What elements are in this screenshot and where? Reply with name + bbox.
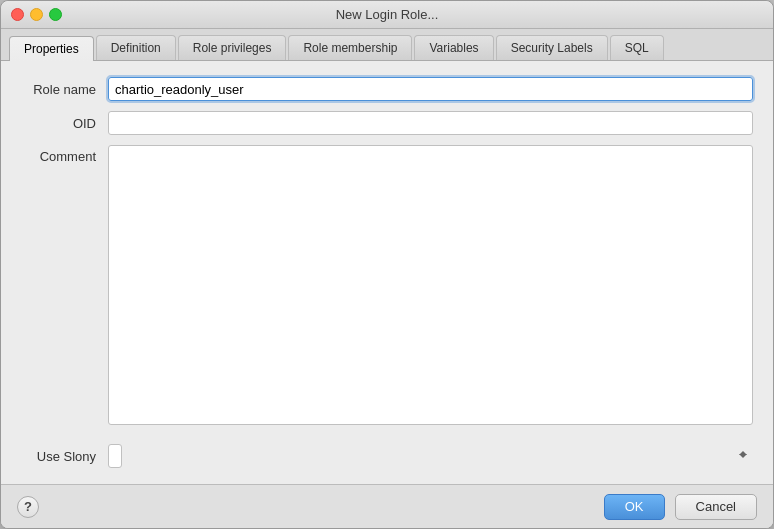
content-area: Role name OID Comment Use Slony — [1, 61, 773, 484]
window-title: New Login Role... — [336, 7, 439, 22]
comment-row: Comment — [21, 145, 753, 434]
tab-variables[interactable]: Variables — [414, 35, 493, 60]
main-window: New Login Role... Properties Definition … — [0, 0, 774, 529]
maximize-button[interactable] — [49, 8, 62, 21]
action-buttons: OK Cancel — [604, 494, 757, 520]
window-controls — [11, 8, 62, 21]
role-name-row: Role name — [21, 77, 753, 101]
ok-button[interactable]: OK — [604, 494, 665, 520]
tab-definition[interactable]: Definition — [96, 35, 176, 60]
tab-role-membership[interactable]: Role membership — [288, 35, 412, 60]
role-name-label: Role name — [21, 82, 96, 97]
use-slony-select-wrapper — [108, 444, 753, 468]
comment-textarea[interactable] — [108, 145, 753, 425]
tab-security-labels[interactable]: Security Labels — [496, 35, 608, 60]
oid-row: OID — [21, 111, 753, 135]
use-slony-row: Use Slony — [21, 444, 753, 468]
role-name-input[interactable] — [108, 77, 753, 101]
use-slony-label: Use Slony — [21, 449, 96, 464]
comment-label: Comment — [21, 145, 96, 164]
bottom-bar: ? OK Cancel — [1, 484, 773, 528]
tab-bar: Properties Definition Role privileges Ro… — [1, 29, 773, 61]
cancel-button[interactable]: Cancel — [675, 494, 757, 520]
close-button[interactable] — [11, 8, 24, 21]
oid-input[interactable] — [108, 111, 753, 135]
tab-role-privileges[interactable]: Role privileges — [178, 35, 287, 60]
minimize-button[interactable] — [30, 8, 43, 21]
help-button[interactable]: ? — [17, 496, 39, 518]
use-slony-select[interactable] — [108, 444, 122, 468]
oid-label: OID — [21, 116, 96, 131]
tab-properties[interactable]: Properties — [9, 36, 94, 61]
tab-sql[interactable]: SQL — [610, 35, 664, 60]
title-bar: New Login Role... — [1, 1, 773, 29]
